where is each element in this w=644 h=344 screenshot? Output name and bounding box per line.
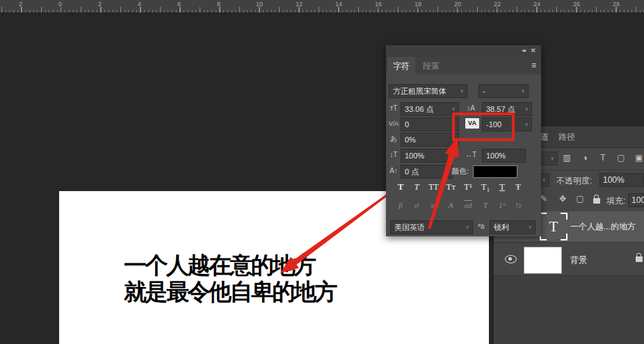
superscript-button[interactable]: T¹ bbox=[460, 181, 476, 193]
faux-bold-button[interactable]: T bbox=[393, 181, 408, 193]
chevron-down-icon[interactable]: ∨ bbox=[522, 117, 532, 131]
ruler-label: 26 bbox=[573, 1, 580, 8]
swash-button[interactable]: ơ bbox=[409, 201, 424, 209]
tab-paths[interactable]: 路径 bbox=[558, 131, 575, 143]
opentype-buttons-row: fi ơ st A ad T 1ˢᵗ ½ bbox=[386, 201, 541, 215]
opacity-label: 不透明度: bbox=[556, 175, 592, 187]
ruler-label: 2 bbox=[19, 1, 22, 8]
chevron-down-icon[interactable]: ∨ bbox=[457, 84, 467, 98]
subscript-button[interactable]: T₁ bbox=[478, 181, 493, 193]
font-size-icon: ᴛT bbox=[387, 102, 400, 115]
oldstyle-button[interactable]: T bbox=[478, 201, 493, 209]
lock-all-icon[interactable] bbox=[593, 198, 600, 204]
chevron-down-icon[interactable]: ∨ bbox=[522, 102, 532, 116]
small-caps-button[interactable]: Tᴛ bbox=[443, 181, 458, 193]
anti-alias-select[interactable]: 锐利 bbox=[490, 220, 529, 234]
faux-italic-button[interactable]: T bbox=[409, 181, 424, 193]
stylistic-alternates-button[interactable]: A bbox=[443, 201, 458, 209]
tab-character[interactable]: 字符 bbox=[387, 57, 415, 74]
tracking-icon: VA bbox=[465, 118, 479, 129]
proportional-spacing-icon: あ bbox=[387, 133, 400, 145]
canvas-text-layer[interactable]: 一个人越在意的地方 就是最令他自卑的地方 bbox=[124, 252, 336, 305]
lock-artboard-icon[interactable]: ▢ bbox=[573, 194, 587, 204]
anti-alias-icon: ªa bbox=[475, 220, 488, 233]
character-panel: ◂◂ ✕ 字符 段落 ≡ 方正粗黑宋简体 ∨ - ∨ ᴛT 33.06 点 ∨ … bbox=[386, 45, 541, 236]
strikethrough-button[interactable]: Ŧ bbox=[510, 181, 526, 193]
ruler-label: 10 bbox=[256, 1, 263, 8]
background-layer-name[interactable]: 背景 bbox=[570, 254, 587, 266]
style-buttons-row: T T TT Tᴛ T¹ T₁ T Ŧ bbox=[386, 181, 541, 197]
ruler-label: 16 bbox=[375, 1, 382, 8]
tracking-field[interactable]: -100 bbox=[482, 117, 526, 131]
filter-smart-object-icon[interactable]: ▣ bbox=[632, 153, 644, 163]
ruler-label: 0 bbox=[58, 1, 62, 8]
ruler-label: 12 bbox=[296, 1, 303, 8]
kerning-icon: V/A bbox=[387, 117, 400, 130]
font-size-field[interactable]: 33.06 点 bbox=[401, 102, 453, 116]
opacity-field[interactable]: 100% bbox=[599, 173, 644, 187]
fractions-button[interactable]: ½ bbox=[510, 201, 526, 209]
panel-menu-icon[interactable]: ≡ bbox=[531, 60, 536, 70]
ligatures-button[interactable]: fi bbox=[393, 201, 408, 209]
underline-button[interactable]: T bbox=[494, 181, 510, 193]
text-color-swatch[interactable] bbox=[473, 165, 517, 178]
language-select[interactable]: 美国英语 bbox=[390, 220, 467, 234]
canvas-text-line2: 就是最令他自卑的地方 bbox=[124, 279, 336, 305]
chevron-down-icon[interactable]: ∨ bbox=[449, 133, 459, 147]
leading-field[interactable]: 38.57 点 bbox=[482, 102, 526, 116]
titling-alternates-button[interactable]: ad bbox=[460, 201, 476, 209]
baseline-shift-icon: A↑ bbox=[387, 165, 400, 177]
visibility-eye-icon[interactable] bbox=[505, 255, 517, 263]
filter-shape-layers-icon[interactable]: ▢ bbox=[614, 153, 628, 163]
panel-header: ◂◂ ✕ bbox=[386, 45, 541, 57]
all-caps-button[interactable]: TT bbox=[426, 181, 441, 193]
fill-label: 填充: bbox=[606, 195, 625, 207]
chevron-down-icon[interactable]: ∨ bbox=[525, 220, 536, 234]
chevron-down-icon[interactable]: ∨ bbox=[462, 220, 473, 234]
font-family-field[interactable]: 方正粗黑宋简体 bbox=[389, 84, 461, 98]
leading-icon: ↕A bbox=[465, 102, 477, 115]
font-style-field[interactable]: - bbox=[478, 84, 522, 98]
ruler-label: 4 bbox=[138, 1, 141, 8]
ruler-label: 14 bbox=[335, 1, 342, 8]
kerning-field[interactable]: 0 bbox=[401, 117, 453, 131]
chevron-down-icon[interactable]: ∨ bbox=[518, 84, 529, 98]
ordinals-button[interactable]: 1ˢᵗ bbox=[494, 201, 510, 209]
layer-row-background[interactable]: 背景 bbox=[494, 242, 644, 276]
color-label: 颜色: bbox=[451, 165, 469, 177]
vertical-scale-field[interactable]: 100% bbox=[401, 149, 453, 163]
baseline-shift-field[interactable]: 0 点 bbox=[401, 165, 453, 179]
layers-empty-area bbox=[494, 275, 644, 344]
canvas-text-line1: 一个人越在意的地方 bbox=[124, 252, 336, 279]
filter-type-layers-icon[interactable]: T bbox=[596, 153, 610, 163]
horizontal-scale-field[interactable]: 100% bbox=[482, 149, 526, 163]
ruler-label: 24 bbox=[533, 1, 540, 8]
panel-tab-bar: 字符 段落 ≡ bbox=[386, 57, 541, 74]
collapse-panel-icon[interactable]: ◂◂ bbox=[522, 47, 524, 54]
ruler-label: 28 bbox=[613, 1, 620, 8]
discretionary-ligatures-button[interactable]: st bbox=[426, 201, 441, 209]
ruler-label: 20 bbox=[454, 1, 461, 8]
lock-position-icon[interactable]: ✥ bbox=[556, 194, 570, 204]
ruler-label: 6 bbox=[177, 1, 181, 8]
top-ruler[interactable]: 2 0 2 4 6 8 10 12 14 16 18 20 22 24 26 2… bbox=[0, 0, 644, 13]
ruler-label: 18 bbox=[414, 1, 421, 8]
fill-field[interactable]: 100% bbox=[628, 193, 644, 207]
horizontal-scale-icon: ↔T bbox=[465, 149, 477, 161]
selection-corners bbox=[540, 213, 567, 240]
chevron-down-icon[interactable]: ∨ bbox=[449, 117, 459, 131]
ruler-label: 2 bbox=[98, 1, 102, 8]
filter-adjustment-layers-icon[interactable]: ◑ bbox=[578, 153, 592, 163]
photoshop-workspace: 2 0 2 4 6 8 10 12 14 16 18 20 22 24 26 2… bbox=[0, 0, 644, 344]
chevron-down-icon[interactable]: ∨ bbox=[449, 102, 459, 116]
close-panel-icon[interactable]: ✕ bbox=[531, 47, 536, 54]
filter-pixel-layers-icon[interactable]: ▥ bbox=[560, 153, 574, 163]
ruler-label: 8 bbox=[217, 1, 220, 8]
layer-lock-icon bbox=[636, 256, 643, 262]
vertical-scale-icon: ↕T bbox=[387, 149, 400, 161]
proportional-spacing-field[interactable]: 0% bbox=[401, 133, 453, 147]
text-layer-name[interactable]: 一个人越...的地方 bbox=[570, 221, 636, 233]
tab-paragraph[interactable]: 段落 bbox=[417, 57, 445, 74]
background-layer-thumbnail[interactable] bbox=[524, 247, 562, 274]
chevron-down-icon[interactable]: ∨ bbox=[547, 151, 558, 165]
